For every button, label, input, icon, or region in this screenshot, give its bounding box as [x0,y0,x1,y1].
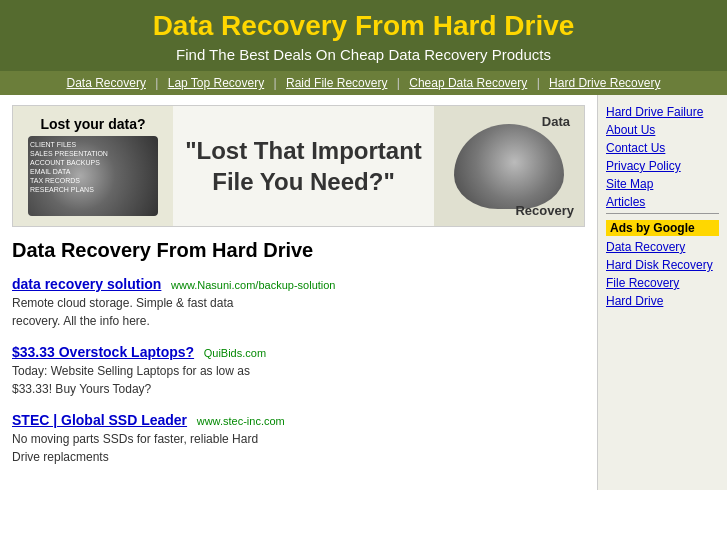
ad-2-desc: Today: Website Selling Laptops for as lo… [12,362,585,398]
hard-drive-right-image [454,124,564,209]
nav-hard-drive[interactable]: Hard Drive Recovery [549,76,660,90]
ad-3-url: www.stec-inc.com [197,415,285,427]
site-header: Data Recovery From Hard Drive Find The B… [0,0,727,71]
banner-lost-text: Lost your data? [40,116,145,132]
sidebar-ad-hard-disk[interactable]: Hard Disk Recovery [606,258,719,272]
sidebar-ad-data-recovery[interactable]: Data Recovery [606,240,719,254]
nav-cheap-data[interactable]: Cheap Data Recovery [409,76,527,90]
ad-1-url: www.Nasuni.com/backup-solution [171,279,335,291]
sidebar-ad-file-recovery[interactable]: File Recovery [606,276,719,290]
ad-item-2: $33.33 Overstock Laptops? QuiBids.com To… [12,344,585,398]
banner: Lost your data? CLIENT FILESSALES PRESEN… [12,105,585,227]
page-heading: Data Recovery From Hard Drive [12,239,585,262]
sidebar-hard-drive-failure[interactable]: Hard Drive Failure [606,105,719,119]
sidebar-privacy-policy[interactable]: Privacy Policy [606,159,719,173]
ad-3-desc: No moving parts SSDs for faster, reliabl… [12,430,585,466]
ad-item-3: STEC | Global SSD Leader www.stec-inc.co… [12,412,585,466]
banner-left: Lost your data? CLIENT FILESSALES PRESEN… [13,106,173,226]
main-wrapper: Lost your data? CLIENT FILESSALES PRESEN… [0,95,727,490]
banner-right: Data Recovery [434,106,584,226]
sidebar-articles[interactable]: Articles [606,195,719,209]
sidebar-site-map[interactable]: Site Map [606,177,719,191]
banner-data-label: Data [542,114,570,129]
ad-1-desc: Remote cloud storage. Simple & fast data… [12,294,585,330]
nav-bar: Data Recovery | Lap Top Recovery | Raid … [0,71,727,95]
nav-raid-recovery[interactable]: Raid File Recovery [286,76,387,90]
site-title: Data Recovery From Hard Drive [0,10,727,42]
sidebar-contact-us[interactable]: Contact Us [606,141,719,155]
sidebar-ads-label: Ads by Google [606,220,719,236]
sidebar: Hard Drive Failure About Us Contact Us P… [597,95,727,490]
banner-quote: "Lost That Important File You Need?" [183,135,424,197]
content-area: Lost your data? CLIENT FILESSALES PRESEN… [0,95,597,490]
ad-1-title[interactable]: data recovery solution [12,276,161,292]
nav-laptop-recovery[interactable]: Lap Top Recovery [168,76,265,90]
sidebar-about-us[interactable]: About Us [606,123,719,137]
nav-data-recovery[interactable]: Data Recovery [67,76,146,90]
ad-item-1: data recovery solution www.Nasuni.com/ba… [12,276,585,330]
ad-2-url: QuiBids.com [204,347,266,359]
banner-center: "Lost That Important File You Need?" [173,125,434,207]
sidebar-ad-hard-drive[interactable]: Hard Drive [606,294,719,308]
hard-drive-left-image: CLIENT FILESSALES PRESENTATIONACCOUNT BA… [28,136,158,216]
ad-2-title[interactable]: $33.33 Overstock Laptops? [12,344,194,360]
site-subtitle: Find The Best Deals On Cheap Data Recove… [0,46,727,63]
banner-recovery-label: Recovery [515,203,574,218]
ad-3-title[interactable]: STEC | Global SSD Leader [12,412,187,428]
